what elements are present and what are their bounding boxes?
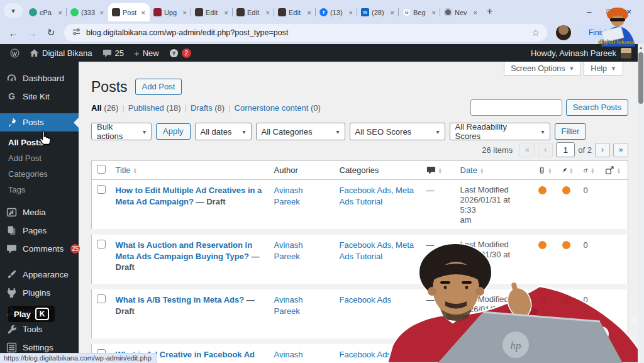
- browser-tab[interactable]: Edit×: [191, 3, 233, 21]
- prev-page-button[interactable]: ‹: [538, 143, 553, 157]
- author-link[interactable]: Avinash Pareek: [274, 240, 303, 261]
- next-page-button[interactable]: ›: [595, 143, 610, 157]
- column-header-comments[interactable]: ▲▼: [421, 161, 455, 180]
- sidebar-item-appearance[interactable]: Appearance: [0, 265, 79, 284]
- column-header-readability[interactable]: ▲▼: [557, 161, 579, 180]
- view-cornerstone-content[interactable]: Cornerstone content (0): [235, 103, 321, 113]
- author-link[interactable]: Avinash Pareek: [274, 350, 303, 363]
- browser-tab[interactable]: cPa×: [25, 3, 67, 21]
- tab-close-icon[interactable]: ×: [307, 9, 312, 16]
- view-drafts[interactable]: Drafts (8): [191, 103, 225, 113]
- tab-search-button[interactable]: ▾: [4, 3, 23, 18]
- tab-close-icon[interactable]: ×: [431, 9, 436, 16]
- tab-close-icon[interactable]: ×: [141, 9, 146, 16]
- sidebar-item-posts[interactable]: Posts: [0, 113, 79, 131]
- dates-filter-select[interactable]: All dates▾: [195, 123, 252, 140]
- new-tab-button[interactable]: +: [487, 6, 492, 17]
- sidebar-item-site-kit[interactable]: GSite Kit: [0, 87, 79, 106]
- bulk-actions-select[interactable]: Bulk actions▾: [91, 123, 152, 140]
- tab-close-icon[interactable]: ×: [348, 9, 353, 16]
- author-link[interactable]: Avinash Pareek: [274, 186, 303, 206]
- search-input[interactable]: [470, 99, 562, 116]
- page-scrollbar[interactable]: ▲: [638, 44, 644, 363]
- back-icon[interactable]: ←: [5, 28, 21, 38]
- author-link[interactable]: Avinash Pareek: [274, 295, 303, 316]
- admin-bar-account[interactable]: Howdy, Avinash Pareek: [531, 48, 639, 59]
- post-row: What is Ad Creative in Facebook Ad Campa…: [92, 342, 628, 363]
- readability-filter-select[interactable]: All Readability Scores▾: [450, 123, 550, 140]
- help-button[interactable]: Help▼: [584, 62, 623, 75]
- scrollbar-thumb[interactable]: [638, 52, 643, 104]
- browser-tab[interactable]: Upg×: [150, 3, 191, 21]
- sidebar-item-dashboard[interactable]: Dashboard: [0, 69, 79, 87]
- sidebar-item-media[interactable]: Media: [0, 203, 79, 221]
- browser-tab[interactable]: Edit×: [233, 3, 274, 21]
- column-header-links-out[interactable]: ▲▼: [600, 161, 628, 180]
- tools-icon: [6, 324, 17, 335]
- screen-options-button[interactable]: Screen Options▼: [504, 62, 581, 75]
- tab-close-icon[interactable]: ×: [473, 9, 478, 16]
- no-comments-dash: —: [426, 350, 435, 359]
- category-links[interactable]: Facebook Ads: [340, 295, 391, 304]
- browser-tab[interactable]: Post×: [108, 3, 150, 21]
- column-header-links-in[interactable]: ▲▼: [579, 161, 600, 180]
- post-title-link[interactable]: How to Edit Multiple Ad Creatives in a M…: [116, 186, 262, 206]
- sidebar-item-comments[interactable]: Comments25: [0, 240, 79, 258]
- sidebar-item-plugins[interactable]: Plugins: [0, 284, 79, 302]
- apply-button[interactable]: Apply: [156, 123, 191, 140]
- admin-bar-site-link[interactable]: Digital Bikana: [25, 44, 97, 62]
- browser-tab[interactable]: Edit×: [274, 3, 316, 21]
- view-all[interactable]: All (26): [91, 103, 118, 113]
- category-links[interactable]: Facebook Ads, Meta Ads Tutorial: [340, 186, 414, 206]
- row-checkbox[interactable]: [97, 294, 106, 303]
- admin-bar-yoast[interactable]: Y 2: [164, 44, 196, 62]
- tab-close-icon[interactable]: ×: [58, 9, 63, 16]
- screen-meta-links: Screen Options▼ Help▼: [91, 62, 623, 75]
- column-header-title[interactable]: Title▲▼: [111, 161, 269, 180]
- categories-filter-select[interactable]: All Categories▾: [256, 123, 345, 140]
- view-published[interactable]: Published (18): [128, 103, 181, 113]
- sidebar-item-pages[interactable]: Pages: [0, 221, 79, 240]
- browser-tab[interactable]: f(13)×: [316, 3, 357, 21]
- submenu-item-categories[interactable]: Categories: [0, 166, 79, 182]
- search-posts-button[interactable]: Search Posts: [566, 99, 628, 116]
- add-post-button[interactable]: Add Post: [135, 79, 182, 95]
- browser-tab[interactable]: Nev×: [440, 3, 482, 21]
- category-links[interactable]: Facebook Ads: [340, 350, 391, 359]
- row-checkbox[interactable]: [97, 240, 106, 249]
- admin-bar-new[interactable]: + New: [129, 44, 164, 62]
- row-checkbox[interactable]: [97, 185, 106, 194]
- wp-logo-icon[interactable]: [5, 44, 25, 62]
- submenu-item-add-post[interactable]: Add Post: [0, 150, 79, 166]
- browser-profile-avatar[interactable]: [556, 25, 571, 40]
- column-header-date[interactable]: Date▲▼: [455, 161, 533, 180]
- last-page-button[interactable]: »: [613, 143, 628, 157]
- browser-tab[interactable]: (333×: [67, 3, 108, 21]
- pages-icon: [6, 225, 17, 236]
- tab-close-icon[interactable]: ×: [224, 9, 229, 16]
- forward-icon[interactable]: →: [24, 28, 40, 38]
- tab-close-icon[interactable]: ×: [390, 9, 395, 16]
- tab-close-icon[interactable]: ×: [99, 9, 104, 16]
- address-bar[interactable]: blog.digitalbikana.com/wp-admin/edit.php…: [64, 24, 547, 42]
- current-page-input[interactable]: [556, 142, 575, 157]
- filter-button[interactable]: Filter: [555, 123, 587, 140]
- admin-bar-comments[interactable]: 25: [97, 44, 129, 62]
- tab-close-icon[interactable]: ×: [182, 9, 187, 16]
- post-title-link[interactable]: What is A/B Testing in Meta Ads?: [116, 295, 245, 304]
- site-info-icon[interactable]: [72, 27, 81, 39]
- browser-tab[interactable]: in(28)×: [357, 3, 399, 21]
- first-page-button[interactable]: «: [519, 143, 535, 157]
- post-title-link[interactable]: What is Auction and Reservation in Meta …: [116, 240, 253, 261]
- bookmark-star-icon[interactable]: ☆: [531, 28, 540, 38]
- reload-icon[interactable]: ↻: [43, 27, 59, 38]
- submenu-item-all-posts[interactable]: All Posts: [0, 135, 79, 150]
- column-header-seo-score[interactable]: ▲▼: [533, 161, 557, 180]
- sidebar-item-tools[interactable]: Tools: [0, 320, 79, 338]
- seo-scores-filter-select[interactable]: All SEO Scores▾: [350, 123, 445, 140]
- browser-tab[interactable]: GBeg×: [399, 3, 440, 21]
- category-links[interactable]: Facebook Ads, Meta Ads Tutorial: [340, 240, 414, 261]
- submenu-item-tags[interactable]: Tags: [0, 182, 79, 198]
- select-all-checkbox[interactable]: [97, 165, 106, 174]
- tab-close-icon[interactable]: ×: [265, 9, 270, 16]
